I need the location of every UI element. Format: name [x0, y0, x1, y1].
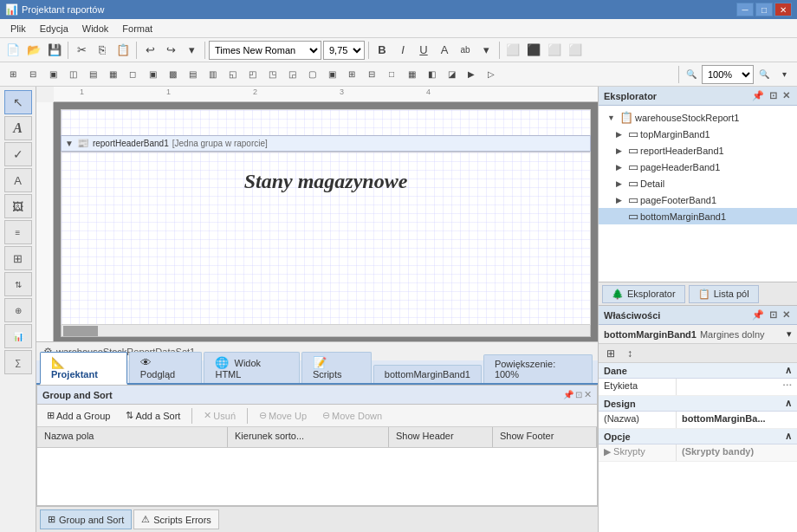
highlight-button[interactable]: ab [456, 41, 475, 60]
props-section-design[interactable]: Design ∧ [599, 396, 797, 412]
open-button[interactable]: 📂 [24, 41, 43, 60]
format-arrow[interactable]: ▾ [476, 41, 496, 60]
tb2-btn5[interactable]: ▤ [83, 65, 102, 84]
undo-arrow[interactable]: ▾ [182, 41, 201, 60]
tb2-btn14[interactable]: ◳ [262, 65, 282, 84]
save-button[interactable]: 💾 [45, 41, 64, 60]
zoom-out-button[interactable]: 🔍 [682, 65, 701, 84]
tree-expander-detail[interactable]: ▶ [616, 179, 626, 188]
tb2-btn6[interactable]: ▦ [103, 65, 122, 84]
align-center-button[interactable]: ⬛ [524, 41, 543, 60]
explorer-pin-icon[interactable]: 📌 [750, 90, 766, 101]
props-pin-icon[interactable]: 📌 [750, 309, 766, 321]
cut-button[interactable]: ✂ [72, 41, 91, 60]
tab-projektant[interactable]: 📐 Projektant [40, 352, 127, 385]
zoom-settings-button[interactable]: 🔍 [755, 65, 774, 84]
tree-expander-reportheader[interactable]: ▶ [616, 146, 626, 155]
gs-pin-icon[interactable]: 📌 [563, 390, 573, 399]
tb2-btn15[interactable]: ◲ [282, 65, 301, 84]
tool11[interactable]: ∑ [4, 350, 32, 374]
font-color-button[interactable]: A [435, 41, 454, 60]
tb2-btn22[interactable]: ◧ [422, 65, 441, 84]
bottom-tab-scripts-errors[interactable]: ⚠ Scripts Errors [133, 509, 219, 529]
font-size-select[interactable]: 9,75 10 12 [323, 41, 365, 60]
tool10[interactable]: 📊 [4, 324, 32, 348]
tree-item-pageheader[interactable]: ▶ ▭ pageHeaderBand1 [599, 159, 797, 175]
props-close-icon[interactable]: ✕ [781, 309, 792, 321]
tb2-btn4[interactable]: ◫ [63, 65, 82, 84]
tab-scripts[interactable]: 📝 Scripts [301, 352, 372, 383]
gs-close-icon[interactable]: ✕ [584, 389, 592, 400]
exp-tab-lista-pol[interactable]: 📋 Lista pól [689, 285, 759, 303]
text-plain-tool[interactable]: A [4, 168, 32, 192]
tree-item-bottommargin[interactable]: ▶ ▭ bottomMarginBand1 [599, 208, 797, 224]
tool9[interactable]: ⊕ [4, 298, 32, 322]
select-tool[interactable]: ↖ [4, 90, 32, 114]
tb2-btn17[interactable]: ▣ [322, 65, 341, 84]
menu-edycja[interactable]: Edycja [33, 22, 75, 36]
tab-zoom[interactable]: Powiększenie: 100% [483, 354, 593, 383]
props-categorized-btn[interactable]: ⊞ [602, 346, 619, 361]
close-button[interactable]: ✕ [774, 3, 792, 16]
props-section-dane[interactable]: Dane ∧ [599, 363, 797, 379]
justify-button[interactable]: ⬜ [566, 41, 585, 60]
zoom-select[interactable]: 100% [702, 65, 754, 84]
tree-expander-report[interactable]: ▼ [607, 114, 618, 122]
undo-button[interactable]: ↩ [140, 41, 159, 60]
zoom-arrow[interactable]: ▾ [774, 65, 794, 84]
tree-item-report[interactable]: ▼ 📋 warehouseStockReport1 [599, 109, 797, 126]
tree-expander-pageheader[interactable]: ▶ [616, 163, 626, 172]
tool8[interactable]: ⇅ [4, 272, 32, 296]
move-down-button[interactable]: ⊖ Move Down [316, 407, 388, 424]
tb2-btn19[interactable]: ⊟ [362, 65, 381, 84]
italic-button[interactable]: I [393, 41, 412, 60]
tb2-btn3[interactable]: ▣ [43, 65, 62, 84]
tree-item-detail[interactable]: ▶ ▭ Detail [599, 175, 797, 191]
explorer-close-icon[interactable]: ✕ [781, 90, 792, 101]
add-group-button[interactable]: ⊞ Add a Group [41, 407, 116, 424]
tree-item-reportheader[interactable]: ▶ ▭ reportHeaderBand1 [599, 142, 797, 159]
paste-button[interactable]: 📋 [113, 41, 133, 60]
minimize-button[interactable]: ─ [736, 3, 754, 16]
props-dropdown-icon[interactable]: ▾ [787, 328, 792, 340]
tb2-btn12[interactable]: ◱ [223, 65, 242, 84]
font-select[interactable]: Times New Roman Arial Calibri [209, 41, 321, 60]
tree-item-topmargin[interactable]: ▶ ▭ topMarginBand1 [599, 126, 797, 142]
align-right-button[interactable]: ⬜ [545, 41, 564, 60]
tb2-btn11[interactable]: ▥ [203, 65, 222, 84]
tb2-btn7[interactable]: ◻ [123, 65, 142, 84]
check-tool[interactable]: ✓ [4, 142, 32, 166]
tb2-btn23[interactable]: ◪ [442, 65, 461, 84]
tb2-btn13[interactable]: ◰ [243, 65, 262, 84]
tb2-btn18[interactable]: ⊞ [342, 65, 361, 84]
tab-bottommargin[interactable]: bottomMarginBand1 [373, 365, 482, 383]
tree-item-pagefooter[interactable]: ▶ ▭ pageFooterBand1 [599, 191, 797, 208]
move-up-button[interactable]: ⊖ Move Up [253, 407, 313, 424]
props-section-opcje[interactable]: Opcje ∧ [599, 429, 797, 444]
tab-podglad[interactable]: 👁 Podgląd [129, 352, 203, 383]
tb2-btn2[interactable]: ⊟ [23, 65, 42, 84]
align-left-button[interactable]: ⬜ [503, 41, 522, 60]
tb2-btn20[interactable]: □ [382, 65, 401, 84]
lines-tool[interactable]: ≡ [4, 220, 32, 244]
tb2-btn25[interactable]: ▷ [482, 65, 501, 84]
tb2-btn21[interactable]: ▦ [402, 65, 421, 84]
tb2-btn24[interactable]: ▶ [462, 65, 481, 84]
add-sort-button[interactable]: ⇅ Add a Sort [120, 407, 186, 424]
gs-undock-icon[interactable]: ⊡ [575, 390, 582, 399]
tb2-btn9[interactable]: ▩ [163, 65, 182, 84]
tree-expander-pagefooter[interactable]: ▶ [616, 196, 626, 204]
tb2-btn10[interactable]: ▤ [183, 65, 202, 84]
props-undock-icon[interactable]: ⊡ [768, 309, 779, 321]
menu-format[interactable]: Format [115, 22, 159, 36]
canvas-scroll[interactable]: ▼ 📰 reportHeaderBand1 [Jedna grupa w rap… [54, 102, 598, 341]
bold-button[interactable]: B [373, 41, 392, 60]
tb2-btn1[interactable]: ⊞ [3, 65, 23, 84]
band-collapse-icon[interactable]: ▼ [65, 139, 74, 148]
tree-expander-topmargin[interactable]: ▶ [616, 130, 626, 139]
image-tool[interactable]: 🖼 [4, 194, 32, 218]
tb2-btn8[interactable]: ▣ [143, 65, 162, 84]
maximize-button[interactable]: □ [755, 3, 773, 16]
copy-button[interactable]: ⎘ [93, 41, 112, 60]
table-tool[interactable]: ⊞ [4, 246, 32, 270]
